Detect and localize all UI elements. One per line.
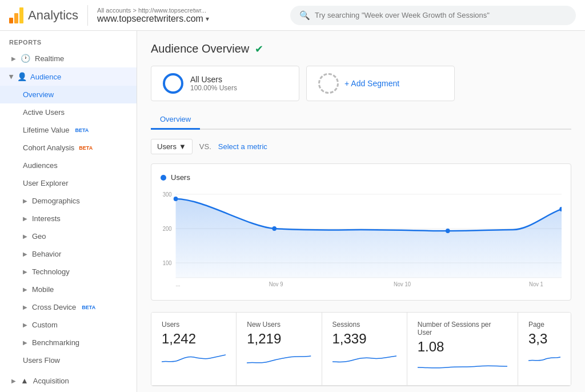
chevron-icon: ▶ xyxy=(11,55,16,62)
segment-bar: All Users 100.00% Users + Add Segment xyxy=(151,66,571,101)
svg-text:200: 200 xyxy=(163,226,172,232)
sidebar-item-geo[interactable]: ▶ Geo xyxy=(0,227,137,245)
sidebar-item-benchmarking[interactable]: ▶ Benchmarking xyxy=(0,334,137,351)
sidebar: REPORTS ▶ 🕐 Realtime ▶ 👤 Audience Overvi… xyxy=(0,31,137,392)
segment-all-users[interactable]: All Users 100.00% Users xyxy=(151,66,299,101)
tab-bar: Overview xyxy=(151,110,571,130)
reports-label: REPORTS xyxy=(0,31,137,49)
sidebar-item-label: Active Users xyxy=(23,108,65,117)
sidebar-item-label: Audiences xyxy=(23,161,58,170)
site-url-dropdown-arrow: ▾ xyxy=(206,15,209,23)
sidebar-item-label: Mobile xyxy=(32,285,54,294)
sidebar-item-label: Benchmarking xyxy=(32,338,79,347)
sidebar-item-lifetime-value[interactable]: Lifetime Value BETA xyxy=(0,121,137,139)
site-info: All accounts > http://www.topsecretwr...… xyxy=(97,7,209,24)
sidebar-item-mobile[interactable]: ▶ Mobile xyxy=(0,281,137,298)
site-url-selector[interactable]: www.topsecretwriters.com ▾ xyxy=(97,14,209,24)
sidebar-item-active-users[interactable]: Active Users xyxy=(0,103,137,121)
beta-badge-cross-device: BETA xyxy=(82,305,95,310)
svg-text:300: 300 xyxy=(163,191,172,198)
sidebar-item-label: Geo xyxy=(32,232,46,241)
sidebar-item-acquisition[interactable]: ▶ ▲ Acquisition xyxy=(0,371,137,390)
sidebar-item-overview[interactable]: Overview xyxy=(0,86,137,103)
sidebar-item-interests[interactable]: ▶ Interests xyxy=(0,210,137,227)
chevron-icon: ▶ xyxy=(23,251,27,257)
page-title: Audience Overview xyxy=(151,42,249,55)
stat-label: New Users xyxy=(247,321,311,329)
search-bar[interactable]: 🔍 xyxy=(290,6,576,25)
stats-row-1: Users 1,242 New Users 1,219 Sessions 1,3… xyxy=(151,312,571,386)
sidebar-item-demographics[interactable]: ▶ Demographics xyxy=(0,192,137,210)
metric-label: Users xyxy=(157,142,177,151)
svg-text:Nov 10: Nov 10 xyxy=(394,281,411,287)
sidebar-item-label: Custom xyxy=(32,321,58,329)
sidebar-item-label: User Explorer xyxy=(23,179,68,187)
main-content: Audience Overview ✔ All Users 100.00% Us… xyxy=(137,31,585,392)
metric-select[interactable]: Users ▼ xyxy=(151,139,193,154)
sidebar-item-behavior[interactable]: ▶ Behavior xyxy=(0,245,137,263)
chart-svg: 300 200 100 ... Nov 9 Nov 10 Nov 1 xyxy=(161,186,562,289)
svg-point-13 xyxy=(446,229,450,233)
chevron-icon: ▶ xyxy=(23,215,27,222)
beta-badge-cohort: BETA xyxy=(79,145,93,151)
segment-name: All Users xyxy=(190,75,237,84)
stat-card-sessions-per-user: Number of Sessions per User 1.08 xyxy=(407,313,518,386)
stat-card-users: Users 1,242 xyxy=(151,313,237,386)
sidebar-item-label: Demographics xyxy=(32,197,80,205)
stat-value: 1,219 xyxy=(247,331,311,347)
chevron-icon: ▶ xyxy=(23,339,27,346)
logo-icon xyxy=(9,7,23,23)
chevron-icon: ▶ xyxy=(23,198,27,204)
sidebar-item-technology[interactable]: ▶ Technology xyxy=(0,263,137,281)
stat-value: 3,3 xyxy=(528,331,560,347)
app-title: Analytics xyxy=(28,8,78,23)
body-area: REPORTS ▶ 🕐 Realtime ▶ 👤 Audience Overvi… xyxy=(0,31,585,392)
stat-label: Page xyxy=(528,321,560,329)
sparkline-sessions-per-user xyxy=(418,358,507,375)
sparkline-users xyxy=(162,350,226,367)
sidebar-item-label: Audience xyxy=(30,73,61,81)
realtime-icon: 🕐 xyxy=(21,54,30,63)
sidebar-item-realtime[interactable]: ▶ 🕐 Realtime xyxy=(0,49,137,67)
svg-text:...: ... xyxy=(176,281,181,287)
svg-text:Nov 1: Nov 1 xyxy=(529,281,543,287)
site-url-text: www.topsecretwriters.com xyxy=(97,14,203,24)
stat-value: 1,339 xyxy=(332,331,396,347)
search-input[interactable] xyxy=(315,11,567,19)
sidebar-item-audiences[interactable]: Audiences xyxy=(0,157,137,174)
svg-point-12 xyxy=(272,226,277,231)
svg-point-11 xyxy=(174,197,178,201)
sidebar-item-cohort-analysis[interactable]: Cohort Analysis BETA xyxy=(0,139,137,157)
chevron-icon: ▶ xyxy=(11,378,16,384)
sparkline-new-users xyxy=(247,350,311,367)
select-metric-link[interactable]: Select a metric xyxy=(218,142,267,151)
segment-circle xyxy=(163,73,183,94)
sidebar-item-label: Lifetime Value xyxy=(23,126,69,134)
sidebar-item-custom[interactable]: ▶ Custom xyxy=(0,316,137,334)
beta-badge-lifetime: BETA xyxy=(75,127,89,133)
metric-controls: Users ▼ VS. Select a metric xyxy=(151,139,571,154)
stat-label: Sessions xyxy=(332,321,396,329)
sidebar-item-cross-device[interactable]: ▶ Cross Device BETA xyxy=(0,298,137,316)
add-segment-circle xyxy=(318,73,339,94)
sparkline-pageviews xyxy=(528,350,560,367)
sidebar-item-label: Realtime xyxy=(35,54,64,63)
sidebar-item-audience[interactable]: ▶ 👤 Audience xyxy=(0,67,137,86)
stat-label: Users xyxy=(162,321,226,329)
stat-label: Number of Sessions per User xyxy=(418,321,507,337)
sidebar-item-users-flow[interactable]: Users Flow xyxy=(0,351,137,369)
sidebar-item-label: Technology xyxy=(32,267,70,276)
sidebar-item-label: Users Flow xyxy=(23,356,60,365)
stat-card-pageviews: Page 3,3 xyxy=(518,313,571,386)
stat-value: 1.08 xyxy=(418,339,507,355)
chevron-icon: ▶ xyxy=(23,286,27,293)
metric-dropdown-arrow: ▼ xyxy=(179,142,186,151)
sidebar-item-user-explorer[interactable]: User Explorer xyxy=(0,174,137,192)
sidebar-item-label: Cross Device xyxy=(32,303,76,311)
sidebar-item-label: Interests xyxy=(32,214,61,223)
tab-overview[interactable]: Overview xyxy=(151,110,200,130)
vs-label: VS. xyxy=(199,142,211,151)
page-header: Audience Overview ✔ xyxy=(151,42,571,55)
add-segment-button[interactable]: + Add Segment xyxy=(306,66,455,101)
chevron-icon: ▶ xyxy=(23,322,27,328)
